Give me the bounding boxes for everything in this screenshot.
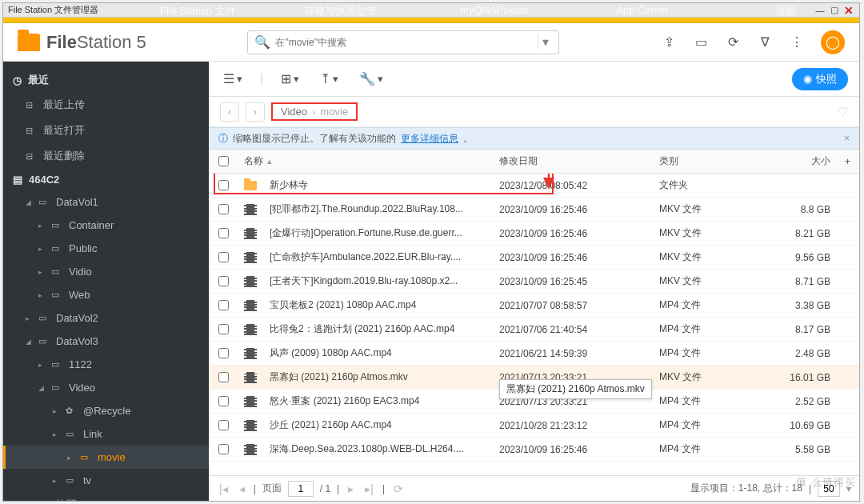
maximize-button[interactable]: ▢ bbox=[829, 5, 840, 16]
last-page-button[interactable]: ▸| bbox=[362, 482, 376, 495]
main-panel: ☰▾ | ⊞▾ ⤒▾ 🔧▾ ◉快照 ‹ › Video › movie ♡ ⓘ bbox=[209, 62, 859, 501]
row-checkbox[interactable] bbox=[218, 204, 229, 214]
file-type: MKV 文件 bbox=[659, 370, 771, 384]
search-dropdown-button[interactable]: ▾ bbox=[538, 34, 552, 50]
first-page-button[interactable]: |◂ bbox=[217, 482, 230, 495]
close-button[interactable]: ✕ bbox=[843, 5, 854, 16]
row-checkbox[interactable] bbox=[218, 252, 229, 262]
info-link[interactable]: 更多详细信息 bbox=[401, 132, 458, 146]
file-name: [王者天下]Kingdom.2019.Blu-ray.1080p.x2... bbox=[263, 274, 499, 288]
sidebar-device[interactable]: ▤464C2 bbox=[3, 169, 209, 190]
table-row[interactable]: 比得兔2：逃跑计划 (2021) 2160p AAC.mp4 2021/07/0… bbox=[209, 318, 859, 342]
sidebar-datavol1[interactable]: ◢▭DataVol1 bbox=[3, 190, 209, 214]
row-checkbox[interactable] bbox=[218, 396, 229, 406]
filter-icon[interactable]: ∇ bbox=[757, 34, 773, 50]
app-logo: FileStation 5 bbox=[18, 32, 146, 53]
sidebar-1122[interactable]: ▸▭1122 bbox=[3, 353, 209, 376]
title-bar[interactable]: File Station 文件管理器 — ▢ ✕ bbox=[3, 3, 859, 18]
table-row[interactable]: 风声 (2009) 1080p AAC.mp4 2021/06/21 14:59… bbox=[209, 342, 859, 366]
file-size: 5.58 GB bbox=[771, 444, 845, 455]
file-date: 2023/10/09 16:25:46 bbox=[499, 204, 659, 215]
sidebar-link[interactable]: ▸▭Link bbox=[3, 422, 209, 446]
sidebar-recent-upload[interactable]: ⊟最近上传 bbox=[3, 92, 209, 118]
info-close-button[interactable]: × bbox=[844, 133, 850, 144]
table-row[interactable]: 新少林寺 2023/12/08 08:05:42 文件夹 bbox=[209, 174, 859, 198]
search-input[interactable] bbox=[275, 37, 533, 48]
sidebar-recent-delete[interactable]: ⊟最近删除 bbox=[3, 143, 209, 169]
minimize-button[interactable]: — bbox=[814, 5, 826, 16]
sidebar-movie[interactable]: ▸▭movie bbox=[3, 446, 209, 469]
col-date[interactable]: 修改日期 bbox=[499, 154, 659, 168]
forward-button[interactable]: › bbox=[246, 102, 265, 122]
row-checkbox[interactable] bbox=[218, 300, 229, 310]
search-box[interactable]: 🔍 ▾ bbox=[247, 30, 559, 54]
sidebar-web[interactable]: ▸▭Web bbox=[3, 283, 209, 306]
sidebar[interactable]: ◷最近 ⊟最近上传 ⊟最近打开 ⊟最近删除 ▤464C2 ◢▭DataVol1 … bbox=[3, 62, 209, 501]
breadcrumb-highlight: Video › movie bbox=[271, 102, 358, 121]
table-row[interactable]: 宝贝老板2 (2021) 1080p AAC.mp4 2021/07/07 08… bbox=[209, 294, 859, 318]
remote-icon[interactable]: ▭ bbox=[693, 34, 709, 50]
table-row[interactable]: [金爆行动]Operation.Fortune.Ruse.de.guerr...… bbox=[209, 222, 859, 246]
file-type: MKV 文件 bbox=[659, 250, 771, 264]
row-checkbox[interactable] bbox=[218, 420, 229, 430]
row-checkbox[interactable] bbox=[218, 372, 229, 382]
row-checkbox[interactable] bbox=[218, 444, 229, 454]
breadcrumb-video[interactable]: Video bbox=[281, 106, 307, 118]
table-row[interactable]: [亡命救护车]Ambulance.2022.EUR.Blu-ray.... 20… bbox=[209, 246, 859, 270]
upload-button[interactable]: ⤒▾ bbox=[317, 68, 342, 90]
row-checkbox[interactable] bbox=[218, 324, 229, 334]
sidebar-snapshot[interactable]: ▸▭快照 bbox=[3, 492, 209, 501]
back-button[interactable]: ‹ bbox=[220, 102, 239, 122]
info-bar: ⓘ 缩略图显示已停止。了解有关该功能的更多详细信息。 × bbox=[209, 127, 859, 150]
more-icon[interactable]: ⋮ bbox=[789, 34, 805, 50]
snapshot-button[interactable]: ◉快照 bbox=[792, 68, 848, 90]
app-header: FileStation 5 🔍 ▾ ⇪ ▭ ⟳ ∇ ⋮ ◯ bbox=[3, 23, 859, 62]
table-row[interactable]: 沙丘 (2021) 2160p AAC.mp4 2021/10/28 21:23… bbox=[209, 414, 859, 438]
file-date: 2023/12/08 08:05:42 bbox=[499, 180, 659, 191]
row-checkbox[interactable] bbox=[218, 348, 229, 358]
info-text: 缩略图显示已停止。了解有关该功能的 bbox=[233, 132, 396, 146]
select-all-checkbox[interactable] bbox=[218, 156, 229, 166]
col-more[interactable]: + bbox=[845, 156, 859, 167]
breadcrumb-movie[interactable]: movie bbox=[320, 106, 348, 118]
prev-page-button[interactable]: ◂ bbox=[237, 482, 247, 495]
file-type: MP4 文件 bbox=[659, 418, 771, 432]
file-name: 新少林寺 bbox=[263, 178, 499, 192]
file-date: 2023/10/09 16:25:45 bbox=[499, 276, 659, 287]
file-type: MKV 文件 bbox=[659, 274, 771, 288]
sidebar-datavol2[interactable]: ▸▭DataVol2 bbox=[3, 306, 209, 330]
sidebar-vidio[interactable]: ▸▭Vidio bbox=[3, 260, 209, 283]
sidebar-recycle[interactable]: ▸✿@Recycle bbox=[3, 399, 209, 422]
sidebar-datavol3[interactable]: ◢▭DataVol3 bbox=[3, 330, 209, 353]
file-type: MP4 文件 bbox=[659, 298, 771, 312]
table-row[interactable]: [犯罪都市2].The.Roundup.2022.BluRay.108... 2… bbox=[209, 198, 859, 222]
create-button[interactable]: ⊞▾ bbox=[278, 68, 302, 90]
col-size[interactable]: 大小 bbox=[771, 154, 845, 168]
table-row[interactable]: 深海.Deep.Sea.2023.1080p.WEB-DL.H264.... 2… bbox=[209, 438, 859, 462]
page-input[interactable] bbox=[288, 481, 314, 497]
file-list[interactable]: 黑寡妇 (2021) 2160p Atmos.mkv 新少林寺 2023/12/… bbox=[209, 174, 859, 475]
sidebar-recent[interactable]: ◷最近 bbox=[3, 68, 209, 92]
refresh-button[interactable]: ⟳ bbox=[391, 482, 406, 495]
view-button[interactable]: ☰▾ bbox=[220, 68, 246, 90]
sidebar-recent-open[interactable]: ⊟最近打开 bbox=[3, 118, 209, 143]
row-checkbox[interactable] bbox=[218, 276, 229, 286]
sidebar-container[interactable]: ▸▭Container bbox=[3, 214, 209, 237]
brand-text: FileStation 5 bbox=[46, 32, 146, 53]
sidebar-public[interactable]: ▸▭Public bbox=[3, 237, 209, 260]
next-page-button[interactable]: ▸ bbox=[346, 482, 356, 495]
refresh-icon[interactable]: ⟳ bbox=[725, 34, 741, 50]
col-name[interactable]: 名称 ▲ bbox=[238, 154, 499, 168]
sidebar-video[interactable]: ◢▭Video bbox=[3, 376, 209, 399]
row-checkbox[interactable] bbox=[218, 180, 229, 190]
file-size: 8.17 GB bbox=[771, 324, 845, 335]
network-button[interactable]: ◯ bbox=[821, 30, 845, 54]
upload-icon[interactable]: ⇪ bbox=[661, 34, 677, 50]
window-title: File Station 文件管理器 bbox=[8, 4, 98, 16]
col-type[interactable]: 类别 bbox=[659, 154, 771, 168]
sidebar-tv[interactable]: ▸▭tv bbox=[3, 469, 209, 492]
tools-button[interactable]: 🔧▾ bbox=[356, 68, 386, 90]
row-checkbox[interactable] bbox=[218, 228, 229, 238]
favorite-icon[interactable]: ♡ bbox=[838, 105, 848, 119]
table-row[interactable]: [王者天下]Kingdom.2019.Blu-ray.1080p.x2... 2… bbox=[209, 270, 859, 294]
